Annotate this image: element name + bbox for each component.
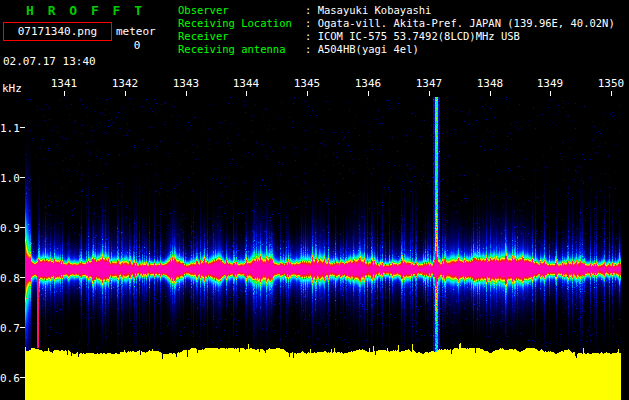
station-info: Observer : Masayuki Kobayashi Receiving … bbox=[178, 4, 615, 56]
x-tick-label: 1346 bbox=[348, 77, 388, 90]
y-tick-label: 0.7 bbox=[0, 322, 19, 335]
field-receiver: Receiver : ICOM IC-575 53.7492(8LCD)MHz … bbox=[178, 30, 615, 43]
x-tick-label: 1350 bbox=[591, 77, 629, 90]
filename-text: 07171340.png bbox=[18, 25, 97, 38]
field-receiving-location: Receiving Location : Ogata-vill. Akita-P… bbox=[178, 17, 615, 30]
x-tick-mark bbox=[611, 91, 612, 96]
field-label: Observer bbox=[178, 4, 305, 17]
x-tick-label: 1343 bbox=[166, 77, 206, 90]
x-tick-mark bbox=[125, 91, 126, 96]
x-tick-mark bbox=[368, 91, 369, 96]
meteor-count-value: 0 bbox=[116, 39, 158, 52]
x-tick-mark bbox=[490, 91, 491, 96]
app-title: H R O F F T bbox=[26, 3, 145, 18]
hrofft-window: H R O F F T 07171340.png meteor 0 02.07.… bbox=[0, 0, 629, 400]
field-value: : Ogata-vill. Akita-Pref. JAPAN (139.96E… bbox=[305, 17, 615, 30]
y-tick-label: 1.0 bbox=[0, 172, 19, 185]
x-tick-label: 1348 bbox=[470, 77, 510, 90]
x-tick-label: 1347 bbox=[409, 77, 449, 90]
field-observer: Observer : Masayuki Kobayashi bbox=[178, 4, 615, 17]
x-tick-label: 1342 bbox=[105, 77, 145, 90]
field-value: : Masayuki Kobayashi bbox=[305, 4, 431, 17]
x-tick-label: 1344 bbox=[226, 77, 266, 90]
x-tick-mark bbox=[64, 91, 65, 96]
x-tick-label: 1345 bbox=[287, 77, 327, 90]
field-label: Receiving Location bbox=[178, 17, 305, 30]
field-value: : A504HB(yagi 4el) bbox=[305, 43, 419, 56]
filename-box: 07171340.png bbox=[3, 22, 112, 41]
y-tick-label: 0.8 bbox=[0, 272, 19, 285]
y-tick-label: 0.6 bbox=[0, 372, 19, 385]
spectrogram-canvas bbox=[25, 97, 621, 400]
x-tick-mark bbox=[307, 91, 308, 96]
field-receiving-antenna: Receiving antenna : A504HB(yagi 4el) bbox=[178, 43, 615, 56]
x-tick-mark bbox=[550, 91, 551, 96]
meteor-count-label: meteor bbox=[116, 25, 156, 38]
x-tick-mark bbox=[186, 91, 187, 96]
y-tick-label: 1.1 bbox=[0, 122, 19, 135]
field-value: : ICOM IC-575 53.7492(8LCD)MHz USB bbox=[305, 30, 520, 43]
x-tick-mark bbox=[429, 91, 430, 96]
y-axis-unit-label: kHz bbox=[2, 82, 22, 95]
x-tick-mark bbox=[246, 91, 247, 96]
datetime-text: 02.07.17 13:40 bbox=[3, 55, 96, 68]
field-label: Receiver bbox=[178, 30, 305, 43]
field-label: Receiving antenna bbox=[178, 43, 305, 56]
x-tick-label: 1349 bbox=[530, 77, 570, 90]
y-tick-label: 0.9 bbox=[0, 222, 19, 235]
x-tick-label: 1341 bbox=[44, 77, 84, 90]
